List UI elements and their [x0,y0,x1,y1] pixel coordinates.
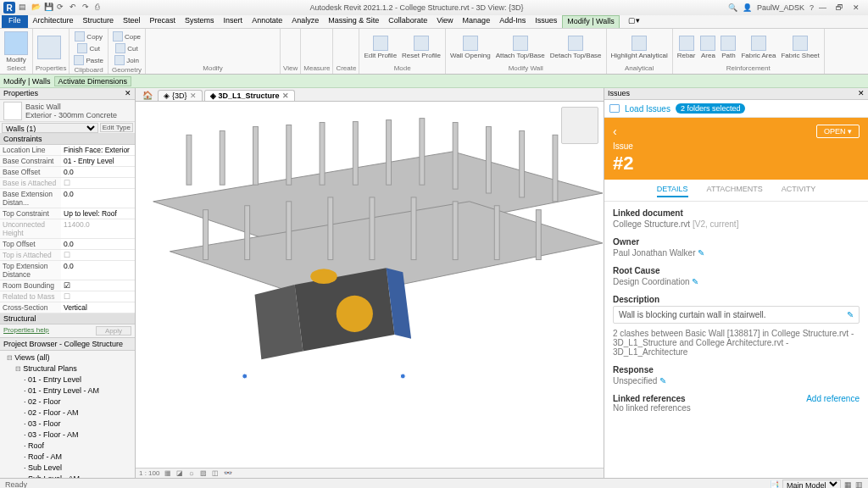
array-icon[interactable] [231,42,242,53]
ribbon-tray-icon[interactable]: ▢▾ [624,15,644,28]
edit-profile-button[interactable]: Edit Profile [362,35,398,60]
hide-isolate-icon[interactable]: 👓 [224,469,232,477]
properties-button[interactable] [36,35,63,60]
tree-node[interactable]: Roof - AM [24,452,131,463]
activate-dimensions-button[interactable]: Activate Dimensions [54,76,132,86]
paste-button[interactable]: Paste [72,54,104,66]
rebar-button[interactable]: Rebar [676,35,698,60]
tab-precast[interactable]: Precast [146,15,181,28]
tab-manage[interactable]: Manage [459,15,495,28]
trim-icon[interactable] [196,42,206,53]
restore-icon[interactable]: 🗗 [836,3,848,12]
tab-annotate[interactable]: Annotate [248,15,287,28]
edit-root-icon[interactable]: ✎ [692,277,698,286]
tab-massing[interactable]: Massing & Site [324,15,383,28]
close-icon[interactable]: ✕ [853,3,865,12]
property-row[interactable]: Top is Attached☐ [0,250,135,261]
split-icon[interactable] [220,42,230,53]
qat-icon[interactable]: ▤ [19,3,29,13]
move-icon[interactable] [148,42,159,53]
highlight-analytical-button[interactable]: Highlight Analytical [609,35,670,60]
tree-node[interactable]: Structural Plans [15,363,131,374]
tab-view[interactable]: View [432,15,457,28]
user-icon[interactable]: 👤 [743,3,752,12]
join-button[interactable]: Join [113,54,141,66]
edit-desc-icon[interactable]: ✎ [847,310,854,319]
copy-button[interactable]: Copy [73,30,104,42]
add-reference-link[interactable]: Add reference [806,394,860,403]
tree-node[interactable]: 03 - Floor [24,419,131,430]
rotate-icon[interactable] [160,42,170,53]
close-icon[interactable]: ✕ [125,89,131,98]
property-row[interactable]: Base Extension Distan...0.0 [0,189,135,208]
offset-icon[interactable] [208,42,218,53]
tab-modify-walls[interactable]: Modify | Walls [562,15,620,28]
attach-button[interactable]: Attach Top/Base [494,35,547,60]
fabric-area-button[interactable]: Fabric Area [739,35,777,60]
qat-redo-icon[interactable]: ↷ [82,3,92,13]
pin-icon[interactable] [255,42,265,53]
quick-access-toolbar[interactable]: ▤ 📂 💾 ⟳ ↶ ↷ ⎙ [19,3,105,13]
tree-node[interactable]: Roof [24,441,131,452]
load-issues-link[interactable]: Load Issues [625,104,670,114]
tab-systems[interactable]: Systems [181,15,219,28]
path-button[interactable]: Path [719,35,737,60]
tree-node[interactable]: 02 - Floor [24,396,131,408]
open-status-button[interactable]: OPEN ▾ [816,125,860,138]
tree-node[interactable]: 01 - Entry Level [24,374,131,385]
tab-analyze[interactable]: Analyze [287,15,323,28]
detail-level-icon[interactable]: ▦ [164,469,171,477]
tree-node[interactable]: Sub Level [24,463,131,474]
description-field[interactable]: Wall is blocking curtain wall in stairwe… [613,306,860,324]
visual-style-icon[interactable]: ◪ [176,469,183,477]
tab-details[interactable]: DETAILS [657,185,688,197]
3d-viewport[interactable] [136,102,604,468]
scale-icon[interactable] [243,42,253,53]
workset-icon[interactable]: 📑 [770,480,779,489]
qat-sync-icon[interactable]: ⟳ [57,3,67,13]
close-icon[interactable]: ✕ [858,89,865,98]
property-row[interactable]: Related to Mass☐ [0,291,135,302]
edit-response-icon[interactable]: ✎ [659,376,666,385]
apply-button[interactable]: Apply [96,326,131,336]
project-browser-tree[interactable]: Views (all)Structural Plans01 - Entry Le… [0,351,135,478]
tab-architecture[interactable]: Architecture [29,15,78,28]
select-links-icon[interactable]: ▦ [844,480,852,489]
view-control-bar[interactable]: 1 : 100 ▦ ◪ ☼ ▨ ◫ 👓 [136,468,604,478]
cut-button[interactable]: Cut [75,42,101,54]
shadows-icon[interactable]: ▨ [200,469,207,477]
tab-structure[interactable]: Structure [79,15,119,28]
view-icon[interactable] [283,42,295,53]
property-row[interactable]: Base Offset0.0 [0,167,135,178]
view-tab[interactable]: ◈{3D}✕ [158,90,203,101]
user-name[interactable]: PaulW_ADSK [757,3,804,12]
property-row[interactable]: Location LineFinish Face: Exterior [0,145,135,156]
property-row[interactable]: Base is Attached☐ [0,178,135,189]
scale-label[interactable]: 1 : 100 [139,469,159,477]
close-tab-icon[interactable]: ✕ [282,92,289,100]
property-row[interactable]: Room Bounding☑ [0,280,135,291]
qat-open-icon[interactable]: 📂 [31,3,42,13]
edit-type-button[interactable]: Edit Type [100,123,133,132]
viewcube[interactable] [561,107,598,144]
search-icon[interactable]: 🔍 [728,3,737,12]
property-row[interactable]: Base Constraint01 - Entry Level [0,156,135,167]
tab-home-icon[interactable]: 🏠 [139,90,156,101]
tree-node[interactable]: 02 - Floor - AM [24,408,131,419]
tab-insert[interactable]: Insert [220,15,248,28]
detach-button[interactable]: Detach Top/Base [548,35,604,60]
tab-issues[interactable]: Issues [531,15,561,28]
create-icon[interactable] [336,42,348,53]
property-row[interactable]: Cross-SectionVertical [0,302,135,313]
category-filter[interactable]: Walls (1) [2,123,98,133]
properties-help-link[interactable]: Properties help [3,326,49,336]
sun-path-icon[interactable]: ☼ [188,469,194,477]
view-tab[interactable]: ◈3D_L1_Structure✕ [204,90,295,101]
folders-pill[interactable]: 2 folders selected [676,103,746,114]
cut-geom-button[interactable]: Cut [114,42,139,54]
mirror-icon[interactable] [172,42,182,53]
property-row[interactable]: Unconnected Height11400.0 [0,219,135,239]
modify-button[interactable]: Modify [3,30,30,64]
delete-icon[interactable] [267,42,277,53]
tab-addins[interactable]: Add-Ins [495,15,530,28]
